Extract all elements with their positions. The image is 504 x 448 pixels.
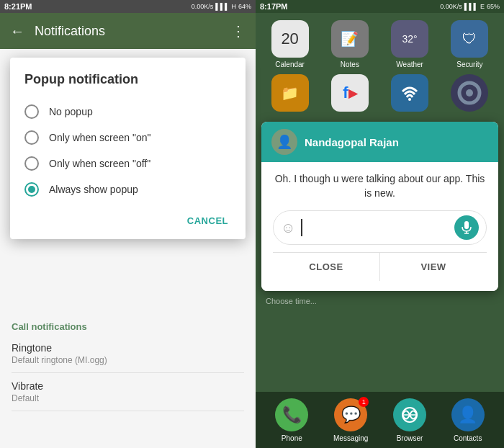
right-signal-icon: ▌▌▌ (464, 3, 478, 10)
page-title: Notifications (35, 24, 221, 39)
popup-dialog: Popup notification No popup Only when sc… (10, 58, 246, 239)
app-icon-calendar[interactable]: 20 Calendar (263, 20, 317, 68)
right-network: 0.00K/s (440, 3, 462, 10)
notif-header: 👤 Nandagopal Rajan (261, 122, 498, 162)
wifi-icon: H (231, 3, 236, 10)
browser-dock-label: Browser (397, 434, 423, 442)
phone-dock-icon[interactable]: 📞 (275, 398, 308, 431)
wifi-app-icon (391, 74, 428, 112)
home-grid: 20 Calendar 📝 Notes 32° Weather 🛡 Securi… (256, 13, 504, 119)
popup-option-label-0: No popup (49, 106, 93, 117)
svg-point-2 (466, 89, 473, 97)
radio-screen-off[interactable] (24, 156, 39, 171)
emoji-icon[interactable]: ☺ (281, 220, 295, 236)
back-button[interactable]: ← (10, 23, 24, 40)
notif-actions: CLOSE VIEW (273, 252, 487, 281)
left-status-icons: 0.00K/s ▌▌▌ H 64% (192, 3, 251, 10)
security-icon: 🛡 (451, 20, 488, 58)
choose-time-label: Choose time... (256, 294, 504, 308)
app-icon-folder[interactable]: 📁 (263, 74, 317, 115)
app-icon-fb[interactable]: f ▶ (323, 74, 377, 115)
popup-option-2[interactable]: Only when screen "off" (24, 151, 231, 176)
battery-left: 64% (238, 3, 251, 10)
bottom-dock: 📞 Phone 💬 1 Messaging Browser 👤 (256, 392, 504, 448)
right-status-icons: 0.00K/s ▌▌▌ E 65% (440, 3, 500, 10)
right-battery: 65% (487, 3, 500, 10)
messaging-dock-label: Messaging (333, 434, 368, 442)
app-icon-circle[interactable] (443, 74, 497, 115)
security-label: Security (456, 61, 482, 68)
app-header: ← Notifications ⋮ (0, 13, 256, 49)
svg-point-0 (408, 98, 411, 101)
svg-rect-3 (464, 221, 469, 229)
sender-name: Nandagopal Rajan (305, 136, 399, 148)
contacts-dock-icon[interactable]: 👤 (451, 398, 485, 431)
vibrate-label: Vibrate (12, 380, 244, 392)
cancel-button[interactable]: CANCEL (184, 210, 231, 232)
app-icon-security[interactable]: 🛡 Security (443, 20, 497, 68)
notification-popup: 👤 Nandagopal Rajan Oh. I though u were t… (261, 122, 498, 291)
circle-app-icon (451, 74, 488, 112)
mic-button[interactable] (454, 215, 479, 240)
app-icon-notes[interactable]: 📝 Notes (323, 20, 377, 68)
signal-icon: ▌▌▌ (215, 3, 229, 10)
right-time: 8:17PM (260, 2, 288, 11)
calendar-icon: 20 (271, 20, 309, 58)
popup-option-1[interactable]: Only when screen "on" (24, 125, 231, 151)
phone-dock-label: Phone (282, 434, 302, 442)
dock-browser[interactable]: Browser (393, 398, 426, 442)
popup-cancel-row: CANCEL (24, 202, 231, 232)
folder-icon: 📁 (271, 74, 309, 112)
weather-label: Weather (396, 61, 423, 68)
sender-avatar: 👤 (271, 129, 297, 155)
below-popup: Call notifications Ringtone Default ring… (0, 314, 256, 411)
dock-messaging[interactable]: 💬 1 Messaging (333, 398, 368, 442)
messaging-dock-icon[interactable]: 💬 1 (334, 398, 367, 431)
browser-dock-icon[interactable] (393, 398, 426, 431)
notif-reply-input[interactable] (301, 219, 449, 236)
popup-option-3[interactable]: Always show popup (24, 176, 231, 202)
view-button[interactable]: VIEW (380, 253, 487, 281)
radio-screen-on[interactable] (24, 130, 39, 145)
fb-icon: f ▶ (331, 74, 369, 112)
dock-phone[interactable]: 📞 Phone (275, 398, 308, 442)
close-button[interactable]: CLOSE (273, 253, 380, 281)
notes-label: Notes (341, 61, 359, 68)
ringtone-row[interactable]: Ringtone Default ringtone (MI.ogg) (12, 335, 244, 373)
notif-message: Oh. I though u were talking about our ap… (273, 172, 487, 200)
popup-option-0[interactable]: No popup (24, 99, 231, 125)
popup-option-label-2: Only when screen "off" (49, 158, 150, 169)
popup-title: Popup notification (24, 72, 231, 87)
messaging-badge: 1 (359, 397, 369, 407)
calendar-label: Calendar (275, 61, 305, 68)
notes-icon: 📝 (331, 20, 369, 58)
ringtone-sub: Default ringtone (MI.ogg) (12, 355, 244, 365)
popup-option-label-1: Only when screen "on" (49, 132, 150, 143)
popup-option-label-3: Always show popup (49, 184, 138, 195)
weather-icon: 32° (391, 20, 428, 58)
app-icon-wifi[interactable] (383, 74, 437, 115)
vibrate-row[interactable]: Vibrate Default (12, 373, 244, 411)
more-button[interactable]: ⋮ (231, 22, 246, 40)
call-section-label: Call notifications (12, 314, 244, 335)
app-icon-weather[interactable]: 32° Weather (383, 20, 437, 68)
right-panel: 8:17PM 0.00K/s ▌▌▌ E 65% 20 Calendar 📝 N… (256, 0, 504, 448)
radio-always-show[interactable] (24, 182, 39, 197)
status-bar-right: 8:17PM 0.00K/s ▌▌▌ E 65% (256, 0, 504, 13)
notif-input-row: ☺ (273, 210, 487, 245)
vibrate-sub: Default (12, 393, 244, 403)
network-speed: 0.00K/s (192, 3, 214, 10)
radio-no-popup[interactable] (24, 104, 39, 119)
notif-body: Oh. I though u were talking about our ap… (261, 162, 498, 291)
ringtone-label: Ringtone (12, 342, 244, 354)
dock-contacts[interactable]: 👤 Contacts (451, 398, 485, 442)
left-time: 8:21PM (4, 2, 32, 11)
status-bar-left: 8:21PM 0.00K/s ▌▌▌ H 64% (0, 0, 256, 13)
contacts-dock-label: Contacts (454, 434, 482, 442)
right-network-type: E (480, 3, 485, 10)
left-panel: 8:21PM 0.00K/s ▌▌▌ H 64% ← Notifications… (0, 0, 256, 448)
